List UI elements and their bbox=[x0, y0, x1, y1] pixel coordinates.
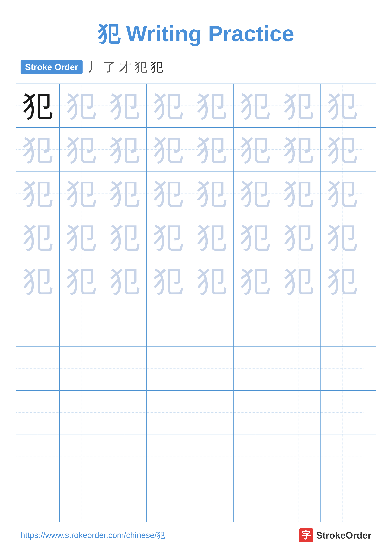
grid-cell-3-2[interactable]: 犯 bbox=[60, 171, 103, 215]
grid-cell-10-6[interactable] bbox=[234, 478, 277, 522]
grid-cell-4-7[interactable]: 犯 bbox=[277, 215, 321, 259]
grid-cell-4-1[interactable]: 犯 bbox=[16, 215, 60, 259]
stroke-4: 犯 bbox=[135, 58, 147, 76]
grid-cell-10-7[interactable] bbox=[277, 478, 321, 522]
title-suffix: Writing Practice bbox=[120, 21, 294, 46]
grid-cell-7-6[interactable] bbox=[234, 347, 277, 390]
grid-cell-9-6[interactable] bbox=[234, 434, 277, 478]
grid-cell-6-8[interactable] bbox=[321, 303, 364, 346]
char-trace: 犯 bbox=[284, 222, 314, 252]
grid-cell-6-2[interactable] bbox=[60, 303, 103, 346]
grid-cell-2-4[interactable]: 犯 bbox=[147, 128, 190, 171]
grid-cell-8-7[interactable] bbox=[277, 391, 321, 434]
grid-cell-9-5[interactable] bbox=[190, 434, 234, 478]
grid-cell-8-8[interactable] bbox=[321, 391, 364, 434]
grid-cell-3-7[interactable]: 犯 bbox=[277, 171, 321, 215]
char-trace: 犯 bbox=[197, 91, 227, 121]
grid-cell-4-2[interactable]: 犯 bbox=[60, 215, 103, 259]
grid-cell-5-6[interactable]: 犯 bbox=[234, 259, 277, 303]
char-trace: 犯 bbox=[284, 134, 314, 165]
grid-cell-1-4[interactable]: 犯 bbox=[147, 84, 190, 127]
grid-cell-9-1[interactable] bbox=[16, 434, 60, 478]
grid-cell-10-4[interactable] bbox=[147, 478, 190, 522]
grid-cell-5-7[interactable]: 犯 bbox=[277, 259, 321, 303]
char-trace: 犯 bbox=[23, 134, 53, 165]
grid-cell-1-2[interactable]: 犯 bbox=[60, 84, 103, 127]
grid-cell-1-3[interactable]: 犯 bbox=[103, 84, 147, 127]
char-trace: 犯 bbox=[153, 91, 183, 121]
grid-cell-7-7[interactable] bbox=[277, 347, 321, 390]
grid-cell-10-8[interactable] bbox=[321, 478, 364, 522]
char-trace: 犯 bbox=[23, 266, 53, 296]
grid-cell-8-3[interactable] bbox=[103, 391, 147, 434]
grid-cell-3-4[interactable]: 犯 bbox=[147, 171, 190, 215]
grid-cell-8-2[interactable] bbox=[60, 391, 103, 434]
grid-cell-6-5[interactable] bbox=[190, 303, 234, 346]
grid-cell-2-5[interactable]: 犯 bbox=[190, 128, 234, 171]
grid-cell-5-4[interactable]: 犯 bbox=[147, 259, 190, 303]
grid-cell-2-8[interactable]: 犯 bbox=[321, 128, 364, 171]
grid-cell-6-3[interactable] bbox=[103, 303, 147, 346]
grid-cell-5-8[interactable]: 犯 bbox=[321, 259, 364, 303]
grid-cell-10-3[interactable] bbox=[103, 478, 147, 522]
grid-cell-9-3[interactable] bbox=[103, 434, 147, 478]
grid-cell-2-2[interactable]: 犯 bbox=[60, 128, 103, 171]
grid-cell-7-4[interactable] bbox=[147, 347, 190, 390]
grid-cell-1-5[interactable]: 犯 bbox=[190, 84, 234, 127]
grid-cell-7-8[interactable] bbox=[321, 347, 364, 390]
grid-cell-3-8[interactable]: 犯 bbox=[321, 171, 364, 215]
grid-cell-8-5[interactable] bbox=[190, 391, 234, 434]
grid-cell-7-2[interactable] bbox=[60, 347, 103, 390]
grid-row-8 bbox=[16, 391, 376, 434]
grid-cell-9-4[interactable] bbox=[147, 434, 190, 478]
grid-cell-5-2[interactable]: 犯 bbox=[60, 259, 103, 303]
grid-cell-6-1[interactable] bbox=[16, 303, 60, 346]
grid-cell-4-8[interactable]: 犯 bbox=[321, 215, 364, 259]
grid-cell-6-7[interactable] bbox=[277, 303, 321, 346]
grid-cell-9-7[interactable] bbox=[277, 434, 321, 478]
grid-row-3: 犯 犯 犯 犯 犯 犯 犯 犯 bbox=[16, 171, 376, 215]
grid-cell-9-8[interactable] bbox=[321, 434, 364, 478]
char-trace: 犯 bbox=[327, 91, 357, 121]
grid-cell-10-2[interactable] bbox=[60, 478, 103, 522]
grid-cell-5-3[interactable]: 犯 bbox=[103, 259, 147, 303]
grid-cell-7-1[interactable] bbox=[16, 347, 60, 390]
grid-cell-2-1[interactable]: 犯 bbox=[16, 128, 60, 171]
title-char: 犯 bbox=[98, 21, 120, 46]
grid-cell-4-5[interactable]: 犯 bbox=[190, 215, 234, 259]
grid-cell-10-5[interactable] bbox=[190, 478, 234, 522]
grid-cell-7-3[interactable] bbox=[103, 347, 147, 390]
grid-row-5: 犯 犯 犯 犯 犯 犯 犯 犯 bbox=[16, 259, 376, 303]
grid-cell-1-8[interactable]: 犯 bbox=[321, 84, 364, 127]
grid-cell-9-2[interactable] bbox=[60, 434, 103, 478]
grid-cell-4-4[interactable]: 犯 bbox=[147, 215, 190, 259]
grid-cell-2-6[interactable]: 犯 bbox=[234, 128, 277, 171]
grid-cell-6-6[interactable] bbox=[234, 303, 277, 346]
grid-cell-3-1[interactable]: 犯 bbox=[16, 171, 60, 215]
logo-text: StrokeOrder bbox=[316, 530, 371, 541]
grid-cell-1-6[interactable]: 犯 bbox=[234, 84, 277, 127]
grid-cell-5-1[interactable]: 犯 bbox=[16, 259, 60, 303]
writing-grid: 犯 犯 犯 犯 犯 犯 犯 犯 犯 犯 犯 bbox=[16, 84, 376, 522]
grid-cell-3-6[interactable]: 犯 bbox=[234, 171, 277, 215]
grid-cell-10-1[interactable] bbox=[16, 478, 60, 522]
grid-cell-6-4[interactable] bbox=[147, 303, 190, 346]
grid-cell-2-3[interactable]: 犯 bbox=[103, 128, 147, 171]
char-trace: 犯 bbox=[66, 266, 96, 296]
footer-url[interactable]: https://www.strokeorder.com/chinese/犯 bbox=[21, 530, 165, 541]
grid-cell-2-7[interactable]: 犯 bbox=[277, 128, 321, 171]
grid-cell-3-3[interactable]: 犯 bbox=[103, 171, 147, 215]
char-trace: 犯 bbox=[240, 91, 270, 121]
grid-cell-4-6[interactable]: 犯 bbox=[234, 215, 277, 259]
grid-cell-3-5[interactable]: 犯 bbox=[190, 171, 234, 215]
grid-cell-1-7[interactable]: 犯 bbox=[277, 84, 321, 127]
grid-cell-1-1[interactable]: 犯 bbox=[16, 84, 60, 127]
title-text: 犯 Writing Practice bbox=[98, 21, 294, 46]
grid-cell-8-4[interactable] bbox=[147, 391, 190, 434]
grid-cell-7-5[interactable] bbox=[190, 347, 234, 390]
char-trace: 犯 bbox=[66, 222, 96, 252]
grid-cell-8-6[interactable] bbox=[234, 391, 277, 434]
grid-cell-5-5[interactable]: 犯 bbox=[190, 259, 234, 303]
grid-cell-4-3[interactable]: 犯 bbox=[103, 215, 147, 259]
grid-cell-8-1[interactable] bbox=[16, 391, 60, 434]
